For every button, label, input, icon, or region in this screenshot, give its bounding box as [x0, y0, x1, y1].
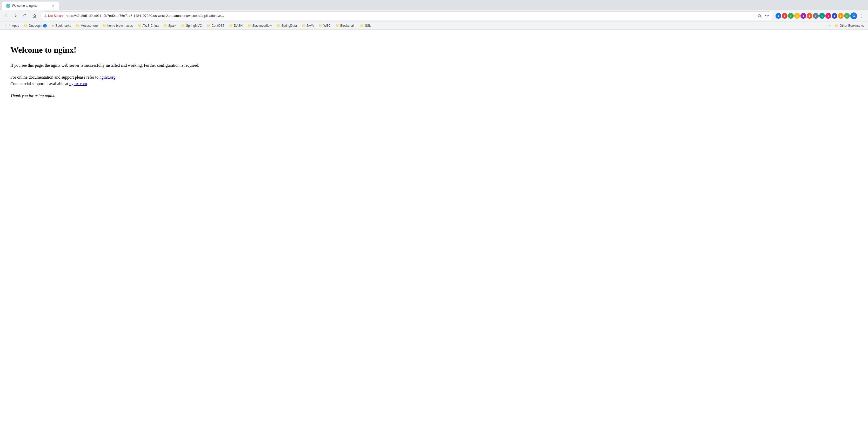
paragraph-2-prefix: For online documentation and support ple…	[10, 75, 99, 79]
forward-button[interactable]	[11, 12, 20, 20]
paragraph-2-newline: Commercial support is available at	[10, 81, 69, 86]
bookmark-onelogin-label: OneLogin	[29, 24, 42, 28]
bookmark-springdata-label: SpringData	[281, 24, 297, 28]
bookmark-homebrew-label: home brew macos	[107, 24, 133, 28]
url-input[interactable]	[66, 14, 754, 18]
ext-icon-6[interactable]: ●	[807, 13, 812, 19]
bookmark-bookmarks-label: Bookmarks	[55, 24, 71, 28]
svg-line-1	[761, 17, 762, 18]
ext-icon-2[interactable]: ●	[782, 13, 787, 19]
bookmark-ssl[interactable]: 📁 SSL	[358, 23, 373, 28]
ext-icon-4[interactable]: ●	[794, 13, 800, 19]
ext-icon-5[interactable]: ●	[801, 13, 806, 19]
paragraph-2-suffix: .	[87, 81, 88, 86]
bookmark-bookmarks[interactable]: ★ Bookmarks	[49, 23, 73, 28]
profile-icon[interactable]: G	[850, 12, 857, 19]
folder-icon: 📁	[24, 24, 28, 28]
bookmark-mesosphere-label: Mesosphere	[81, 24, 98, 28]
bookmark-onelogin[interactable]: 📁 OneLogin 1	[22, 23, 49, 28]
folder-icon-bc: 📁	[335, 24, 339, 28]
paragraph-3: Thank you for using nginx.	[10, 92, 223, 99]
toolbar-right: ● ● ● ● ● ● ● ● ● ● ● ● G ⋮	[776, 12, 866, 20]
folder-icon-so: 📁	[247, 24, 251, 28]
bookmark-wbc-label: WBC	[323, 24, 331, 28]
folder-icon-home: 📁	[102, 24, 106, 28]
bookmark-blockchain[interactable]: 📁 Blockchain	[333, 23, 358, 28]
bookmark-springdata[interactable]: 📁 SpringData	[274, 23, 299, 28]
bookmark-star-button[interactable]	[764, 13, 770, 19]
browser-chrome: 🌐 Welcome to nginx! ✕ ⚠ Not Secure	[0, 0, 868, 30]
home-button[interactable]	[30, 12, 38, 20]
bookmark-spark[interactable]: 📁 Spark	[161, 23, 179, 28]
ext-icon-9[interactable]: ●	[826, 13, 831, 19]
tab-title: Welcome to nginx!	[12, 4, 49, 7]
apps-icon: ⋮⋮	[4, 24, 11, 28]
ext-icon-3[interactable]: ●	[788, 13, 794, 19]
tab-bar: 🌐 Welcome to nginx! ✕	[0, 0, 868, 10]
bookmark-blockchain-label: Blockchain	[340, 24, 355, 28]
page-title: Welcome to nginx!	[10, 45, 223, 55]
tab-close-button[interactable]: ✕	[51, 4, 55, 8]
paragraph-2: For online documentation and support ple…	[10, 74, 223, 87]
ext-icon-1[interactable]: ●	[776, 13, 781, 19]
tab-favicon: 🌐	[6, 4, 10, 7]
bookmark-wbc[interactable]: 📁 WBC	[316, 23, 333, 28]
folder-icon-spark: 📁	[163, 24, 167, 28]
folder-icon-wbc: 📁	[318, 24, 322, 28]
folder-icon-sd: 📁	[276, 24, 280, 28]
ext-icon-11[interactable]: ●	[838, 13, 844, 19]
bookmark-dash[interactable]: 📁 DASH	[227, 23, 245, 28]
reload-button[interactable]	[21, 12, 29, 20]
active-tab[interactable]: 🌐 Welcome to nginx! ✕	[2, 2, 59, 10]
nginx-com-link[interactable]: nginx.com	[69, 81, 87, 86]
page-content: Welcome to nginx! If you see this page, …	[0, 30, 234, 120]
address-bar-icons	[756, 13, 770, 19]
bookmark-awschina-label: AWS-China	[143, 24, 159, 28]
bookmark-apps[interactable]: ⋮⋮ Apps	[2, 23, 21, 28]
folder-icon-other: 📁	[835, 24, 839, 28]
bookmarks-more-button[interactable]: »	[827, 23, 832, 28]
toolbar: ⚠ Not Secure ● ● ● ● ● ● ● ●	[0, 10, 868, 22]
ext-icon-7[interactable]: ●	[813, 13, 819, 19]
ext-icon-8[interactable]: ●	[819, 13, 825, 19]
not-secure-text: Not Secure	[48, 14, 64, 18]
bookmark-java-label: JAVA	[307, 24, 314, 28]
folder-icon-dash: 📁	[229, 24, 233, 28]
bookmark-spark-label: Spark	[168, 24, 176, 28]
back-button[interactable]	[2, 12, 10, 20]
bookmark-centos7[interactable]: 📁 CentOS7	[205, 23, 226, 28]
star-icon: ★	[52, 24, 54, 28]
folder-icon-centos: 📁	[207, 24, 211, 28]
address-bar[interactable]: ⚠ Not Secure	[40, 11, 773, 20]
bookmark-springmvc-label: SpringMVC	[186, 24, 202, 28]
search-icon-button[interactable]	[756, 13, 763, 19]
ext-icon-12[interactable]: ●	[844, 13, 850, 19]
paragraph-1-text: If you see this page, the nginx web serv…	[10, 63, 199, 67]
folder-icon-spring: 📁	[181, 24, 185, 28]
bookmark-stackoverflow[interactable]: 📁 Stackoverflow	[245, 23, 274, 28]
bookmark-stackoverflow-label: Stackoverflow	[252, 24, 272, 28]
bookmark-awschina[interactable]: 📁 AWS-China	[135, 23, 161, 28]
bookmark-centos7-label: CentOS7	[212, 24, 224, 28]
bookmark-apps-label: Apps	[12, 24, 19, 28]
bookmark-ssl-label: SSL	[365, 24, 371, 28]
bookmark-other[interactable]: 📁 Other Bookmarks	[833, 23, 866, 28]
ext-icon-10[interactable]: ●	[832, 13, 837, 19]
warning-icon: ⚠	[44, 14, 47, 18]
chrome-menu-button[interactable]: ⋮	[858, 12, 866, 20]
nginx-org-link[interactable]: nginx.org	[99, 75, 115, 79]
bookmark-java[interactable]: 📁 JAVA	[300, 23, 316, 28]
paragraph-3-text: Thank you for using nginx.	[10, 93, 55, 98]
bookmark-mesosphere[interactable]: 📁 Mesosphere	[73, 23, 100, 28]
paragraph-2-middle: .	[116, 75, 117, 79]
folder-icon-meso: 📁	[75, 24, 80, 28]
folder-icon-aws: 📁	[138, 24, 142, 28]
svg-marker-2	[766, 14, 769, 18]
bookmark-dash-label: DASH	[234, 24, 243, 28]
paragraph-1: If you see this page, the nginx web serv…	[10, 62, 223, 69]
bookmark-homebrew[interactable]: 📁 home brew macos	[100, 23, 135, 28]
bookmark-other-label: Other Bookmarks	[840, 24, 864, 28]
bookmark-springmvc[interactable]: 📁 SpringMVC	[179, 23, 204, 28]
folder-icon-java: 📁	[302, 24, 305, 28]
onelogin-badge: 1	[43, 24, 47, 28]
